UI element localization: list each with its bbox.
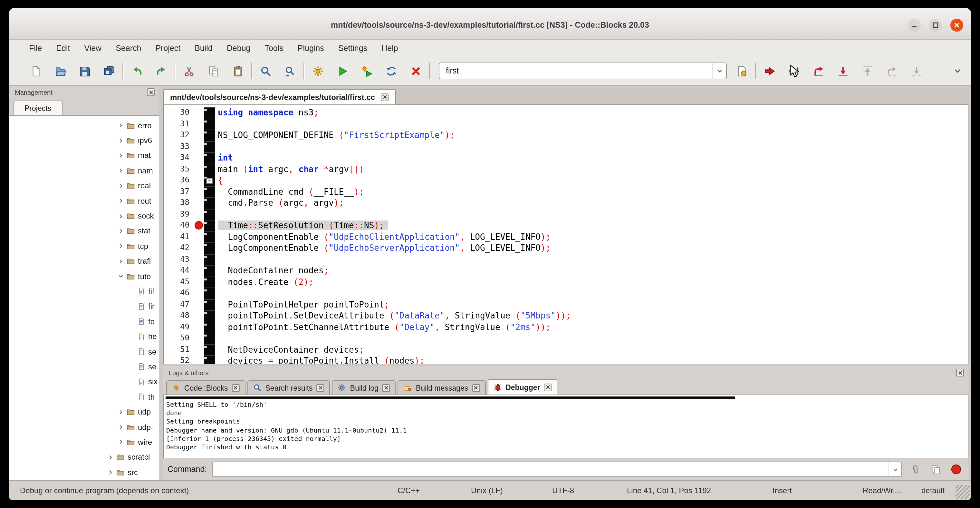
chevron-right-icon[interactable] <box>116 440 126 445</box>
step-into-button[interactable] <box>833 61 853 81</box>
code-line-46[interactable]: 46 <box>164 288 968 299</box>
line-number[interactable]: 36 <box>164 175 194 186</box>
log-tab-close-button[interactable] <box>382 384 390 392</box>
resize-grip[interactable] <box>956 485 970 499</box>
step-into-instruction-button[interactable] <box>907 61 926 81</box>
line-number[interactable]: 35 <box>164 163 194 175</box>
build-target-select[interactable] <box>439 62 727 79</box>
command-input[interactable] <box>213 465 889 474</box>
code-line-47[interactable]: 47 PointToPointHelper pointToPoint; <box>164 299 968 310</box>
tree-item-sock[interactable]: sock <box>9 209 159 224</box>
breakpoint-margin[interactable] <box>194 322 204 333</box>
line-number[interactable]: 42 <box>164 242 194 254</box>
code-line-49[interactable]: 49 pointToPoint.SetChannelAttribute ("De… <box>164 322 968 333</box>
code-line-51[interactable]: 51 NetDeviceContainer devices; <box>164 344 968 355</box>
tree-item-fo[interactable]: fo <box>9 314 159 329</box>
tree-item-udp-[interactable]: udp- <box>9 420 159 435</box>
find-button[interactable] <box>256 61 275 81</box>
code-line-39[interactable]: 39 <box>164 209 968 220</box>
toolbar-overflow-chevron[interactable] <box>948 61 967 81</box>
breakpoint-margin[interactable] <box>194 209 204 220</box>
code-line-38[interactable]: 38 cmd.Parse (argc, argv); <box>164 197 968 209</box>
breakpoint-margin[interactable] <box>194 141 204 152</box>
log-tab-build-log[interactable]: Build log <box>332 381 396 395</box>
line-number[interactable]: 52 <box>164 355 194 364</box>
chevron-right-icon[interactable] <box>116 258 126 264</box>
redo-button[interactable] <box>151 61 171 81</box>
editor-tab-first-cc[interactable]: mnt/dev/tools/source/ns-3-dev/examples/t… <box>163 89 396 104</box>
new-file-button[interactable] <box>26 61 45 81</box>
chevron-right-icon[interactable] <box>116 228 126 234</box>
menu-settings[interactable]: Settings <box>331 40 374 57</box>
chevron-right-icon[interactable] <box>116 168 126 174</box>
management-close-button[interactable] <box>147 88 154 96</box>
breakpoint-margin[interactable] <box>194 152 204 163</box>
tree-item-real[interactable]: real <box>9 178 159 193</box>
line-number[interactable]: 50 <box>164 333 194 344</box>
menu-debug[interactable]: Debug <box>220 40 258 57</box>
menu-file[interactable]: File <box>22 40 49 57</box>
chevron-right-icon[interactable] <box>116 424 126 430</box>
compile-current-file-button[interactable] <box>732 61 751 81</box>
breakpoint-margin[interactable] <box>194 265 204 276</box>
build-target-input[interactable] <box>439 66 712 75</box>
code-line-50[interactable]: 50 <box>164 333 968 344</box>
code-line-35[interactable]: 35main (int argc, char *argv[]) <box>164 163 968 175</box>
tree-item-fif[interactable]: fif <box>9 284 159 299</box>
line-number[interactable]: 37 <box>164 186 194 197</box>
code-line-42[interactable]: 42 LogComponentEnable ("UdpEchoServerApp… <box>164 242 968 254</box>
code-line-31[interactable]: 31 <box>164 118 968 130</box>
breakpoint-margin[interactable] <box>194 231 204 242</box>
minimize-button[interactable] <box>908 19 921 32</box>
line-number[interactable]: 34 <box>164 152 194 163</box>
tree-item-src[interactable]: src <box>9 465 159 480</box>
next-line-button[interactable] <box>808 61 828 81</box>
line-number[interactable]: 46 <box>164 288 194 299</box>
paperclip-button[interactable] <box>907 462 923 477</box>
tree-item-wire[interactable]: wire <box>9 435 159 450</box>
code-line-32[interactable]: 32NS_LOG_COMPONENT_DEFINE ("FirstScriptE… <box>164 130 968 141</box>
menu-edit[interactable]: Edit <box>49 40 77 57</box>
breakpoint-margin[interactable] <box>194 220 204 231</box>
tree-item-mat[interactable]: mat <box>9 148 159 163</box>
tree-item-se[interactable]: se <box>9 359 159 374</box>
copy-button[interactable] <box>204 61 223 81</box>
breakpoint-margin[interactable] <box>194 254 204 265</box>
chevron-right-icon[interactable] <box>116 153 126 159</box>
open-folder-button[interactable] <box>50 61 70 81</box>
line-number[interactable]: 43 <box>164 254 194 265</box>
breakpoint-margin[interactable] <box>194 276 204 288</box>
next-instruction-button[interactable] <box>882 61 901 81</box>
log-tab-close-button[interactable] <box>232 384 240 392</box>
line-number[interactable]: 47 <box>164 299 194 310</box>
code-editor[interactable]: 30using namespace ns3;3132NS_LOG_COMPONE… <box>163 105 969 364</box>
cut-button[interactable] <box>179 61 199 81</box>
line-number[interactable]: 45 <box>164 276 194 288</box>
chevron-right-icon[interactable] <box>106 469 115 475</box>
tree-item-ipv6[interactable]: ipv6 <box>9 133 159 148</box>
chevron-right-icon[interactable] <box>116 244 126 249</box>
breakpoint-margin[interactable] <box>194 299 204 310</box>
code-line-45[interactable]: 45 nodes.Create (2); <box>164 276 968 288</box>
titlebar[interactable]: mnt/dev/tools/source/ns-3-dev/examples/t… <box>9 8 971 40</box>
code-line-37[interactable]: 37 CommandLine cmd (__FILE__); <box>164 186 968 197</box>
breakpoint-margin[interactable] <box>194 310 204 322</box>
breakpoint-margin[interactable] <box>194 333 204 344</box>
line-number[interactable]: 39 <box>164 209 194 220</box>
line-number[interactable]: 30 <box>164 107 194 118</box>
chevron-right-icon[interactable] <box>116 123 126 128</box>
breakpoint-margin[interactable] <box>194 163 204 175</box>
line-number[interactable]: 33 <box>164 141 194 152</box>
code-line-43[interactable]: 43 <box>164 254 968 265</box>
copy-button[interactable] <box>928 462 943 477</box>
tree-item-stat[interactable]: stat <box>9 223 159 239</box>
panel-splitter[interactable] <box>159 86 163 480</box>
tree-item-he[interactable]: he <box>9 329 159 344</box>
chevron-right-icon[interactable] <box>116 409 126 415</box>
paste-button[interactable] <box>228 61 247 81</box>
breakpoint-margin[interactable] <box>194 288 204 299</box>
tree-item-fir[interactable]: fir <box>9 299 159 314</box>
chevron-down-icon[interactable] <box>712 63 726 79</box>
breakpoint-margin[interactable] <box>194 197 204 209</box>
breakpoint-margin[interactable] <box>194 175 204 186</box>
